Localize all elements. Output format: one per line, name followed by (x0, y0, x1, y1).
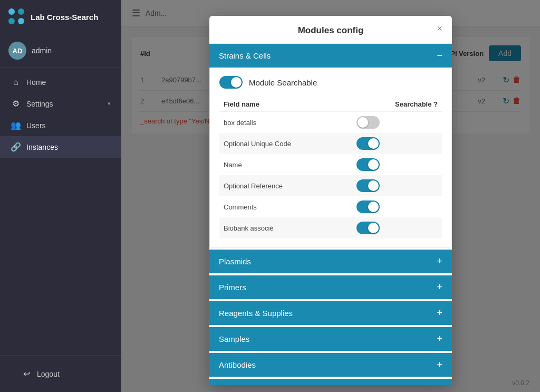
field-toggle-cell (352, 196, 442, 217)
minus-icon: − (437, 50, 442, 61)
logo-icon (8, 8, 25, 25)
field-toggle-box-details[interactable] (356, 116, 380, 129)
field-toggle-cell (352, 217, 442, 238)
chevron-down-icon: ▾ (108, 100, 111, 107)
home-icon: ⌂ (11, 78, 21, 87)
users-icon: 👥 (11, 120, 21, 130)
field-row: box details (219, 112, 442, 133)
searchable-header: Searchable ? (352, 97, 442, 112)
accordion-label-plasmids: Plasmids (219, 257, 251, 266)
field-name: box details (219, 112, 352, 133)
field-toggle-biobank[interactable] (356, 222, 380, 234)
sidebar-item-settings[interactable]: ⚙ Settings ▾ (0, 93, 121, 114)
logout-button[interactable]: ↩ Logout (11, 363, 111, 385)
accordion-primers[interactable]: Primers + (209, 275, 452, 299)
sidebar-footer: ↩ Logout (0, 355, 121, 392)
field-name: Name (219, 154, 352, 175)
field-toggle-cell (352, 133, 442, 154)
modules-config-modal: Modules config × Strains & Cells − (209, 16, 452, 385)
accordion-reagents[interactable]: Reagents & Supplies + (209, 301, 452, 325)
accordion-animals[interactable]: Animals + (209, 379, 452, 385)
field-row: Name (219, 154, 442, 175)
module-searchable-toggle[interactable] (219, 76, 243, 89)
sidebar-item-home[interactable]: ⌂ Home (0, 72, 121, 93)
modal-header: Modules config × (209, 16, 452, 44)
field-toggle-optional-reference[interactable] (356, 179, 380, 192)
plus-icon: + (437, 333, 442, 345)
accordion-samples[interactable]: Samples + (209, 327, 452, 351)
instances-icon: 🔗 (11, 142, 21, 152)
settings-icon: ⚙ (11, 99, 21, 109)
field-name: Comments (219, 196, 352, 217)
field-row: Optional Reference (219, 175, 442, 196)
plus-icon: + (437, 282, 442, 293)
accordion-plasmids[interactable]: Plasmids + (209, 250, 452, 273)
sidebar: Lab Cross-Search AD admin ⌂ Home ⚙ Setti… (0, 0, 121, 392)
sidebar-logo: Lab Cross-Search (0, 0, 121, 34)
modal-overlay: Modules config × Strains & Cells − (121, 0, 540, 392)
sidebar-item-label: Users (26, 121, 111, 130)
accordion-label-antibodies: Antibodies (219, 360, 256, 369)
modal-title: Modules config (298, 25, 364, 35)
field-name-header: Field name (219, 97, 352, 112)
accordion-antibodies[interactable]: Antibodies + (209, 353, 452, 377)
username-label: admin (32, 46, 52, 55)
plus-icon: + (437, 308, 442, 319)
field-name: Optional Reference (219, 175, 352, 196)
field-row: Comments (219, 196, 442, 217)
sidebar-item-users[interactable]: 👥 Users (0, 114, 121, 136)
accordion-content-strains-cells: Module Searchable Field name Searchable … (209, 68, 452, 247)
avatar: AD (8, 42, 26, 60)
accordion-strains-cells: Strains & Cells − Module Searchable (209, 44, 452, 247)
logo-text: Lab Cross-Search (31, 13, 98, 22)
field-name: Optional Unique Code (219, 133, 352, 154)
field-row: Biobank associé (219, 217, 442, 238)
field-toggle-comments[interactable] (356, 200, 380, 213)
field-toggle-cell (352, 154, 442, 175)
field-name: Biobank associé (219, 217, 352, 238)
module-searchable-row: Module Searchable (219, 76, 442, 89)
accordion-label-primers: Primers (219, 283, 246, 292)
field-toggle-cell (352, 175, 442, 196)
module-searchable-label: Module Searchable (249, 78, 317, 87)
field-row: Optional Unique Code (219, 133, 442, 154)
modal-close-button[interactable]: × (437, 23, 442, 34)
sidebar-item-instances[interactable]: 🔗 Instances (0, 136, 121, 158)
plus-icon: + (437, 359, 442, 370)
user-row: AD admin (0, 34, 121, 68)
accordion-label-strains-cells: Strains & Cells (219, 51, 271, 60)
plus-icon: + (437, 256, 442, 267)
fields-table: Field name Searchable ? box details (219, 97, 442, 238)
accordion-label-reagents: Reagents & Supplies (219, 309, 293, 318)
accordion-label-samples: Samples (219, 334, 249, 343)
sidebar-item-label: Home (26, 78, 111, 87)
main-content: ☰ Adm... #Id API Version Add 1 2a90799b7… (121, 0, 540, 392)
field-toggle-name[interactable] (356, 158, 380, 171)
logout-icon: ↩ (21, 369, 32, 379)
accordion-header-strains-cells[interactable]: Strains & Cells − (209, 44, 452, 68)
sidebar-nav: ⌂ Home ⚙ Settings ▾ 👥 Users 🔗 Instances (0, 68, 121, 355)
sidebar-item-label: Instances (26, 143, 111, 151)
logout-label: Logout (37, 370, 100, 378)
field-toggle-optional-unique-code[interactable] (356, 137, 380, 150)
sidebar-item-label: Settings (26, 100, 102, 108)
modal-body: Strains & Cells − Module Searchable (209, 44, 452, 385)
field-toggle-cell (352, 112, 442, 133)
